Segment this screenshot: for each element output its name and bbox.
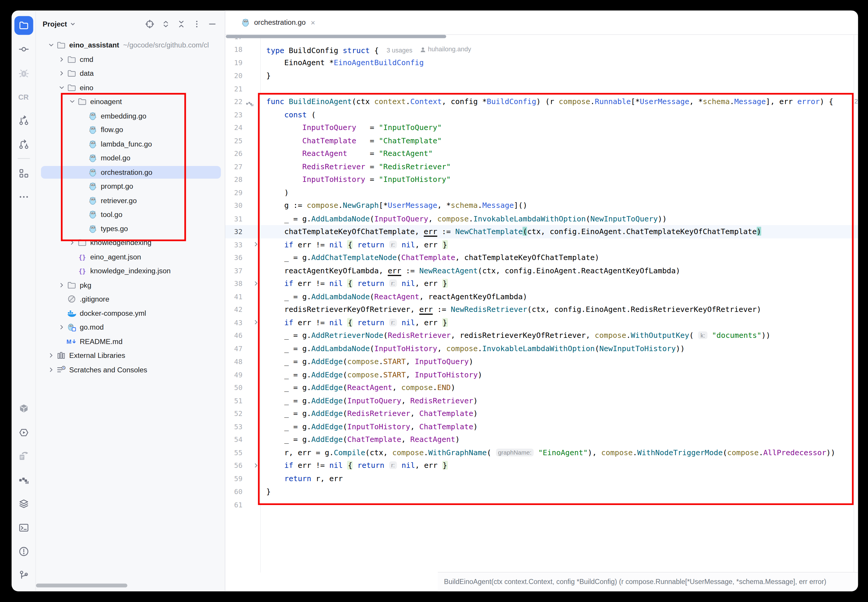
code-line-text: if err != nil { return r: nil, err }: [266, 316, 448, 329]
code-editor[interactable]: 1718type BuildConfig struct { 3 usageshu…: [225, 11, 858, 573]
tree-item-orchestration-go[interactable]: orchestration.go: [35, 165, 225, 179]
tree-item-readme-md[interactable]: MREADME.md: [35, 334, 225, 349]
tree-item-data[interactable]: data: [35, 66, 225, 80]
chevron-down-icon[interactable]: [67, 97, 77, 107]
panel-collapse-all-icon[interactable]: [177, 20, 185, 28]
fold-expand-icon[interactable]: [252, 318, 260, 326]
fold-expand-icon[interactable]: [252, 280, 260, 287]
tree-item-pkg[interactable]: pkg: [35, 278, 225, 292]
fold-expand-icon[interactable]: [252, 241, 260, 248]
tree-item-embedding-go[interactable]: embedding.go: [35, 109, 225, 123]
chevron-down-icon[interactable]: [70, 21, 76, 27]
activity-run-anything-button[interactable]: [11, 444, 35, 468]
tree-item-label: data: [80, 69, 94, 78]
chevron-right-icon[interactable]: [56, 322, 66, 332]
chevron-right-icon[interactable]: [56, 54, 66, 64]
tree-item-lambda-func-go[interactable]: lambda_func.go: [35, 137, 225, 151]
chevron-right-icon[interactable]: [56, 68, 66, 78]
tree-item-knowledge-indexing-json[interactable]: {}knowledge_indexing.json: [35, 264, 225, 278]
chevron-spacer: [78, 181, 88, 191]
line-number: 38: [225, 277, 243, 290]
tree-item--gitignore[interactable]: .gitignore: [35, 292, 225, 306]
activity-profiler-button[interactable]: [11, 468, 35, 492]
panel-expand-all-icon[interactable]: [162, 20, 170, 28]
scratches-icon: [56, 365, 66, 375]
chevron-spacer: [67, 252, 77, 262]
line-number: 28: [225, 174, 243, 186]
tree-item-eino[interactable]: eino: [35, 80, 225, 95]
code-line-21: 21: [225, 82, 858, 95]
tree-item-types-go[interactable]: types.go: [35, 221, 225, 235]
tree-item-scratches-and-consoles[interactable]: Scratches and Consoles: [35, 362, 225, 377]
activity-commit-button[interactable]: [11, 37, 35, 61]
tree-item-eino-assistant[interactable]: eino_assistant~/gocode/src/github.com/cl: [35, 38, 225, 52]
tree-item-external-libraries[interactable]: External Libraries: [35, 349, 225, 362]
tree-item-model-go[interactable]: model.go: [35, 151, 225, 165]
line-number: 54: [225, 433, 243, 446]
tab-orchestration-go[interactable]: orchestration.go ×: [241, 11, 315, 34]
tree-item-knowledgeindexing[interactable]: knowledgeindexing: [35, 235, 225, 250]
tree-item-cmd[interactable]: cmd: [35, 52, 225, 66]
panel-hide-icon[interactable]: [208, 20, 216, 28]
activity-git-fetch-button[interactable]: [11, 132, 35, 156]
activity-services-button[interactable]: [11, 421, 35, 444]
code-line-37: 37 reactAgentKeyOfLambda, err := NewReac…: [225, 264, 858, 277]
tree-item-label: eino_assistant: [69, 41, 119, 49]
code-line-text: r, err = g.Compile(ctx, compose.WithGrap…: [266, 446, 835, 459]
chevron-spacer: [56, 336, 66, 346]
line-number: 32: [225, 225, 243, 238]
tree-item-tool-go[interactable]: tool.go: [35, 207, 225, 222]
code-line-33: 33 if err != nil { return r: nil, err }: [225, 238, 858, 251]
code-line-text: ): [266, 186, 289, 199]
panel-locate-icon[interactable]: [145, 19, 155, 29]
line-number: 31: [225, 212, 243, 225]
tree-item-go-mod[interactable]: go.mod: [35, 320, 225, 334]
ext-lib-icon: [56, 351, 66, 360]
activity-layers-button[interactable]: [11, 492, 35, 516]
code-line-19: 19 EinoAgent *EinoAgentBuildConfig: [225, 56, 858, 69]
line-number: 50: [225, 381, 243, 394]
line-number: 18: [225, 43, 243, 56]
activity-more-horizontal-button[interactable]: [11, 185, 35, 209]
chevron-down-icon[interactable]: [46, 40, 56, 50]
tab-active-indicator[interactable]: [226, 35, 446, 38]
chevron-right-icon[interactable]: [56, 280, 66, 290]
tree-item-flow-go[interactable]: flow.go: [35, 123, 225, 137]
activity-package-cube-button[interactable]: [11, 396, 35, 421]
tree-item-docker-compose-yml[interactable]: docker-compose.yml: [35, 306, 225, 321]
code-line-41: 41 _ = g.AddLambdaNode(ReactAgent, react…: [225, 290, 858, 303]
activity-problems-button[interactable]: [11, 539, 35, 563]
tree-item-label: External Libraries: [69, 352, 125, 360]
line-number: 23: [225, 108, 243, 121]
activity-code-review-button[interactable]: CR: [11, 84, 35, 109]
fold-expand-icon[interactable]: [252, 461, 260, 469]
chevron-right-icon[interactable]: [46, 365, 56, 375]
tree-item-label: flow.go: [101, 126, 123, 134]
activity-terminal-button[interactable]: [11, 516, 35, 539]
activity-project-folder-button[interactable]: [11, 13, 35, 37]
tree-item-label: tool.go: [101, 210, 122, 218]
activity-structure-button[interactable]: [11, 161, 35, 185]
chevron-right-icon[interactable]: [67, 238, 77, 248]
tree-item-prompt-go[interactable]: prompt.go: [35, 179, 225, 194]
tab-close-icon[interactable]: ×: [311, 18, 315, 26]
line-number: 22: [225, 95, 243, 108]
line-number: 25: [225, 134, 243, 147]
chevron-down-icon[interactable]: [56, 83, 66, 92]
go-file-icon: [88, 224, 97, 233]
line-number: 26: [225, 147, 243, 160]
json-file-icon: {}: [77, 266, 87, 276]
tree-item-label: orchestration.go: [101, 168, 152, 176]
tree-item-eino-agent-json[interactable]: {}eino_agent.json: [35, 250, 225, 264]
activity-debug-button[interactable]: [11, 61, 35, 84]
activity-pull-requests-button[interactable]: [11, 109, 35, 132]
project-panel-title[interactable]: Project: [43, 20, 67, 28]
project-folder-icon: [18, 20, 29, 31]
line-number: 36: [225, 251, 243, 264]
tree-item-einoagent[interactable]: einoagent: [35, 95, 225, 109]
project-panel-hscrollbar[interactable]: [36, 584, 128, 587]
panel-more-vertical-icon[interactable]: [193, 20, 201, 28]
chevron-right-icon[interactable]: [46, 350, 56, 361]
activity-git-branch-button[interactable]: [11, 563, 35, 587]
tree-item-retriever-go[interactable]: retriever.go: [35, 194, 225, 207]
